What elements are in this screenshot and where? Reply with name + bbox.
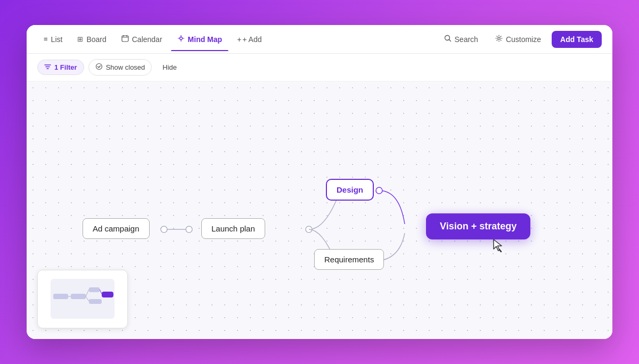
node-design[interactable]: Design (326, 179, 374, 201)
show-closed-button[interactable]: Show closed (88, 59, 152, 76)
node-requirements[interactable]: Requirements (314, 249, 384, 270)
customize-label: Customize (506, 35, 541, 44)
filter-label: 1 Filter (54, 63, 77, 71)
svg-rect-0 (122, 36, 128, 42)
search-icon (444, 35, 452, 44)
svg-point-18 (161, 226, 167, 233)
customize-button[interactable]: Customize (489, 31, 547, 47)
hide-label: Hide (162, 63, 177, 71)
show-closed-label: Show closed (106, 63, 145, 71)
mini-connections (51, 279, 114, 319)
check-circle-icon (95, 63, 103, 72)
nav-bar: ≡ List ⊞ Board Calendar (27, 25, 612, 54)
tab-calendar[interactable]: Calendar (115, 31, 169, 47)
node-vision-box: Vision + strategy (426, 213, 530, 239)
search-label: Search (455, 35, 478, 44)
mini-map[interactable] (37, 270, 128, 328)
toolbar: 1 Filter Show closed Hide (27, 54, 612, 81)
search-button[interactable]: Search (438, 31, 485, 47)
add-task-button[interactable]: Add Task (552, 31, 602, 48)
node-launch-plan[interactable]: Launch plan (201, 218, 265, 239)
node-design-label: Design (337, 185, 363, 194)
node-vision[interactable]: Vision + strategy (426, 213, 530, 239)
node-launch-plan-label: Launch plan (211, 224, 255, 233)
node-ad-campaign-label: Ad campaign (93, 224, 140, 233)
list-icon: ≡ (44, 35, 48, 43)
node-ad-campaign-box: Ad campaign (83, 218, 150, 239)
tab-list[interactable]: ≡ List (37, 32, 69, 47)
app-window: ≡ List ⊞ Board Calendar (27, 25, 612, 339)
svg-line-21 (499, 250, 501, 252)
tab-list-label: List (51, 35, 63, 44)
svg-point-11 (498, 37, 500, 39)
mindmap-canvas[interactable]: Ad campaign Launch plan Design Requireme… (27, 81, 612, 339)
svg-point-15 (96, 64, 102, 70)
node-requirements-label: Requirements (324, 255, 374, 264)
plus-icon: + (237, 35, 241, 44)
node-vision-label: Vision + strategy (440, 221, 517, 231)
svg-line-24 (86, 296, 89, 301)
svg-line-23 (86, 289, 89, 296)
svg-line-10 (449, 39, 450, 41)
node-design-box: Design (326, 179, 374, 201)
nav-right: Search Customize Add Task (438, 31, 602, 48)
tab-calendar-label: Calendar (132, 35, 162, 44)
svg-point-17 (186, 226, 192, 233)
cursor-icon (493, 238, 504, 255)
tab-mindmap[interactable]: Mind Map (171, 31, 229, 47)
tab-board-label: Board (86, 35, 106, 44)
add-view-button[interactable]: + + Add (231, 32, 268, 47)
filter-icon (44, 63, 51, 71)
svg-point-4 (179, 37, 182, 40)
add-label: + Add (242, 35, 261, 44)
node-ad-campaign[interactable]: Ad campaign (83, 218, 150, 239)
board-icon: ⊞ (77, 35, 83, 43)
node-requirements-box: Requirements (314, 249, 384, 270)
svg-point-20 (376, 187, 382, 194)
hide-button[interactable]: Hide (156, 60, 183, 75)
svg-point-19 (306, 226, 312, 233)
filter-button[interactable]: 1 Filter (37, 60, 84, 75)
tab-mindmap-label: Mind Map (188, 35, 223, 44)
mindmap-icon (177, 35, 185, 44)
mini-map-inner (51, 279, 114, 319)
gear-icon (495, 35, 503, 44)
svg-line-25 (100, 289, 102, 294)
calendar-icon (121, 35, 129, 44)
node-launch-plan-box: Launch plan (201, 218, 265, 239)
tab-board[interactable]: ⊞ Board (71, 32, 112, 47)
